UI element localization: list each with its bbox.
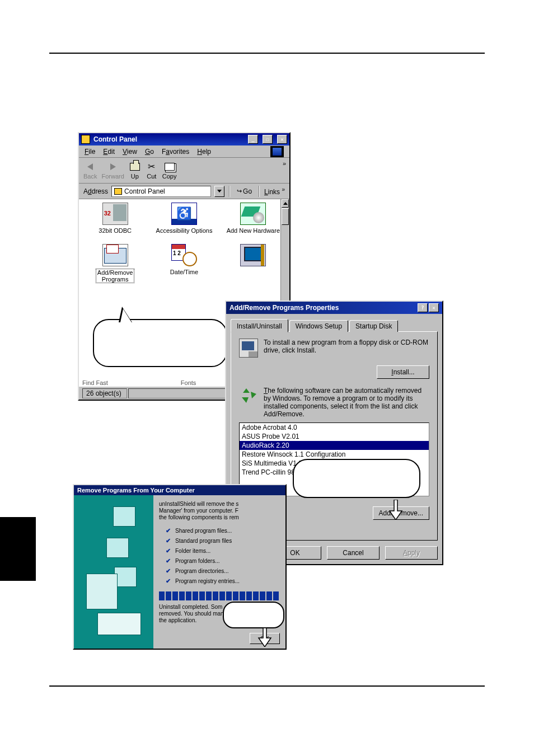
list-item[interactable]: SiS Multimedia V1.02.52 [240,459,429,468]
add-remove-icon: ✶ [102,244,128,266]
chevron-up-icon [283,202,288,205]
item-label-selected: Add/RemovePrograms [96,269,135,283]
odbc-icon [102,203,128,225]
hardware-icon [240,203,266,225]
menu-favorites[interactable]: Favorites [162,148,189,156]
menu-help[interactable]: Help [197,148,211,156]
check-icon: ✔ [166,527,171,534]
install-button[interactable]: Install... [377,365,429,379]
checklist-item: ✔Program folders... [166,556,281,566]
rule-bottom [49,685,485,687]
scroll-up-button[interactable] [282,199,289,208]
tab-strip: Install/Uninstall Windows Setup Startup … [231,318,438,332]
checklist-item: ✔Shared program files... [166,525,281,536]
callout-bubble-control-panel [93,319,227,367]
close-button[interactable]: ✕ [429,303,439,312]
list-item[interactable]: Restore Winsock 1.1 Configuration [240,450,429,459]
tab-install-uninstall[interactable]: Install/Uninstall [231,319,288,332]
checklist-item: ✔Program directories... [166,566,281,576]
tab-windows-setup[interactable]: Windows Setup [289,320,348,332]
checklist-item: ✔Program registry entries... [166,576,281,586]
uninstall-checklist: ✔Shared program files...✔Standard progra… [166,525,281,586]
minimize-button[interactable]: _ [248,135,258,144]
arrow-pointer-uninstall [257,628,272,649]
margin-block [0,517,36,581]
address-input[interactable]: Control Panel [111,186,211,197]
list-item[interactable]: Trend PC-cillin 98 [240,468,429,477]
progress-segment [179,591,185,600]
menu-go[interactable]: Go [145,148,154,156]
date-time-icon: 1 2 [171,244,197,266]
item-display[interactable] [221,244,286,283]
progress-segment [186,591,191,600]
accessibility-icon: ♿ [171,203,197,225]
copy-icon [165,163,175,171]
check-icon: ✔ [166,557,171,565]
separator [229,186,230,197]
progress-segment [226,591,232,600]
install-icon [239,339,258,358]
menu-file[interactable]: File [85,148,95,156]
cut-label: Cut [147,173,156,180]
up-folder-icon [130,163,140,171]
up-button[interactable]: Up [129,162,141,180]
throbber-icon [270,146,284,157]
up-label: Up [131,173,139,180]
cut-button[interactable]: ✂Cut [146,162,158,180]
list-item[interactable]: ASUS Probe V2.01 [240,432,429,441]
item-label: 32bit ODBC [99,227,132,234]
list-item[interactable]: AudioRack 2.20 [240,441,429,450]
svg-marker-1 [259,628,271,647]
go-button[interactable]: ↪Go [235,187,254,195]
copy-button[interactable]: Copy [162,162,177,180]
back-button[interactable]: Back [83,162,97,180]
control-panel-titlebar[interactable]: Control Panel _ ☐ ✕ [79,133,289,145]
address-label: Address [83,187,108,195]
item-add-remove-programs[interactable]: ✶Add/RemovePrograms [82,244,148,283]
progress-segment [159,591,165,600]
item-32bit-odbc[interactable]: 32bit ODBC [82,203,148,234]
help-button[interactable]: ? [418,303,428,312]
item-date-time[interactable]: 1 2Date/Time [151,244,217,283]
rule-top [49,53,485,54]
cancel-button[interactable]: Cancel [327,546,380,560]
control-panel-title: Control Panel [93,135,137,143]
forward-label: Forward [101,173,124,180]
checklist-item: ✔Folder items... [166,546,281,556]
apply-button[interactable]: Apply [385,546,438,560]
scroll-thumb[interactable] [282,208,289,225]
item-add-new-hardware[interactable]: Add New Hardware [221,203,286,234]
forward-button[interactable]: Forward [101,162,124,180]
progress-segment [172,591,178,600]
arp-title: Add/Remove Programs Properties [229,304,339,312]
scissors-icon: ✂ [146,162,158,172]
item-label: Add New Hardware [227,227,280,234]
uninstall-titlebar[interactable]: Remove Programs From Your Computer [74,485,285,495]
arp-titlebar[interactable]: Add/Remove Programs Properties ? ✕ [226,302,442,314]
progress-segment [260,591,265,600]
progress-segment [213,591,218,600]
arrow-right-icon [110,163,116,170]
menubar: File Edit View Go Favorites Help [79,145,289,158]
svg-marker-0 [390,500,402,520]
tab-startup-disk[interactable]: Startup Disk [349,320,398,332]
item-accessibility[interactable]: ♿Accessibility Options [151,203,217,234]
recycle-icon [239,387,258,406]
progress-segment [206,591,212,600]
menu-edit[interactable]: Edit [103,148,115,156]
toolbar-overflow-icon[interactable]: » [283,160,286,167]
address-bar: Address Control Panel ↪Go Links » [79,184,289,199]
list-item[interactable]: Adobe Acrobat 4.0 [240,423,429,432]
menu-view[interactable]: View [123,148,137,156]
progress-segment [240,591,245,600]
toolbar: Back Forward Up ✂Cut Copy » [79,158,289,184]
links-button[interactable]: Links » [264,186,285,196]
address-dropdown-button[interactable] [214,186,224,197]
checklist-item: ✔Standard program files [166,536,281,546]
close-button[interactable]: ✕ [277,135,287,144]
progress-segment [166,591,171,600]
progress-segment [246,591,252,600]
progress-segment [266,591,272,600]
maximize-button[interactable]: ☐ [263,135,273,144]
progress-segment [273,591,279,600]
